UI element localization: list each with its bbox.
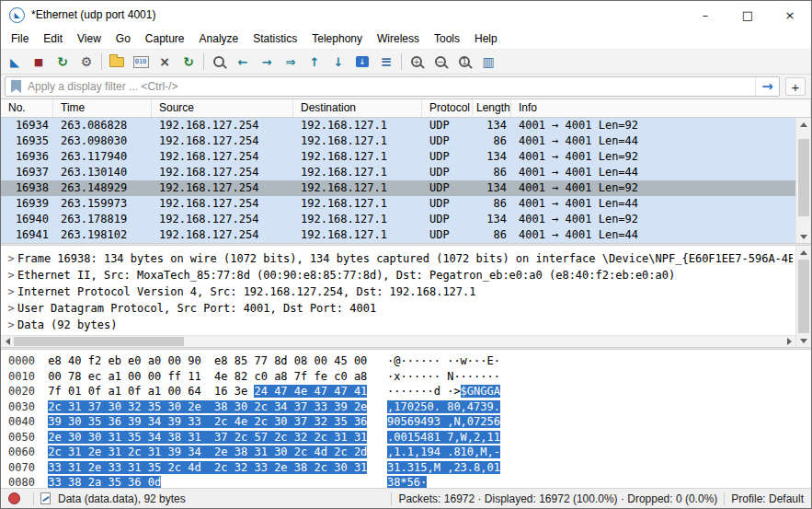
expand-arrow-icon[interactable]: > (5, 317, 17, 333)
display-filter-field[interactable]: → (5, 76, 780, 97)
maximize-button[interactable]: □ (726, 1, 769, 29)
go-back-button[interactable]: ← (231, 51, 255, 73)
go-forward-button[interactable]: → (255, 51, 279, 73)
display-filter-input[interactable] (28, 80, 755, 93)
column-header-len[interactable]: Length (473, 99, 511, 117)
hex-row[interactable]: 0070 33 31 2e 33 31 35 2c 4d 2c 32 33 2e… (8, 460, 811, 476)
menu-file[interactable]: File (4, 30, 36, 47)
window-controls: – □ × (684, 1, 811, 29)
cell-src: 192.168.127.254 (152, 180, 293, 196)
hex-offset: 0060 (8, 445, 48, 458)
packet-row[interactable]: 16939263.159973192.168.127.254192.168.12… (1, 196, 795, 212)
detail-line[interactable]: >Ethernet II, Src: MoxaTech_85:77:8d (00… (5, 267, 793, 283)
expand-arrow-icon[interactable]: > (5, 300, 17, 317)
menu-statistics[interactable]: Statistics (246, 30, 304, 47)
column-header-src[interactable]: Source (152, 99, 293, 117)
column-header-no[interactable]: No. (1, 99, 53, 117)
column-header-time[interactable]: Time (53, 99, 152, 117)
packet-row[interactable]: 16935263.098030192.168.127.254192.168.12… (1, 133, 795, 149)
hex-offset: 0020 (8, 385, 48, 398)
details-vscrollbar[interactable] (795, 246, 811, 347)
hex-row[interactable]: 0080 33 38 2a 35 36 0d 38*56· (8, 475, 811, 488)
find-packet-button[interactable] (207, 51, 231, 73)
stop-capture-button[interactable]: ■ (27, 51, 51, 73)
hex-row[interactable]: 0010 00 78 ec a1 00 00 ff 11 4e 82 c0 a8… (8, 369, 811, 385)
menu-capture[interactable]: Capture (138, 30, 192, 47)
expert-info-icon[interactable] (8, 492, 20, 504)
packet-row[interactable]: 16940263.178819192.168.127.254192.168.12… (1, 212, 795, 227)
expand-arrow-icon[interactable]: > (5, 283, 17, 300)
go-to-packet-button[interactable]: ⇒ (279, 51, 303, 73)
column-header-proto[interactable]: Protocol (422, 99, 473, 117)
detail-line[interactable]: >User Datagram Protocol, Src Port: 4001,… (5, 300, 793, 317)
minimize-button[interactable]: – (684, 1, 726, 29)
scrollbar-track[interactable] (796, 259, 811, 334)
menu-telephony[interactable]: Telephony (304, 30, 370, 47)
resize-columns-button[interactable]: ▥ (476, 51, 500, 73)
detail-line[interactable]: >Frame 16938: 134 bytes on wire (1072 bi… (5, 250, 793, 267)
cell-src: 192.168.127.254 (152, 196, 293, 212)
expand-arrow-icon[interactable]: > (5, 267, 17, 283)
scrollbar-thumb[interactable] (798, 139, 809, 216)
scrollbar-thumb[interactable] (798, 260, 809, 333)
filter-bookmark-icon[interactable] (11, 80, 21, 93)
scroll-left-icon[interactable] (1, 336, 14, 347)
restart-capture-button[interactable]: ↻ (51, 51, 74, 73)
add-filter-button[interactable]: + (785, 77, 806, 96)
auto-scroll-button[interactable]: ↓ (350, 51, 374, 73)
packet-list-scrollbar[interactable] (795, 118, 811, 243)
cell-len: 86 (473, 165, 511, 180)
gear-icon: ⚙ (81, 55, 93, 68)
zoom-reset-button[interactable]: 1 (452, 51, 476, 73)
hex-row[interactable]: 0050 2e 30 30 31 35 34 38 31 37 2c 57 2c… (8, 430, 811, 445)
menu-analyze[interactable]: Analyze (192, 30, 246, 47)
detail-line[interactable]: >Internet Protocol Version 4, Src: 192.1… (5, 283, 793, 300)
detail-line[interactable]: >Data (92 bytes) (5, 317, 793, 333)
menu-help[interactable]: Help (467, 30, 505, 47)
hex-row[interactable]: 0030 2c 31 37 30 32 35 30 2e 38 30 2c 34… (8, 399, 811, 415)
menu-view[interactable]: View (70, 30, 109, 47)
menu-wireless[interactable]: Wireless (370, 30, 427, 47)
colorize-button[interactable]: ≡ (374, 51, 398, 73)
packet-row[interactable]: 16934263.086828192.168.127.254192.168.12… (1, 118, 795, 133)
menu-go[interactable]: Go (109, 30, 138, 47)
scrollbar-thumb[interactable] (14, 337, 184, 346)
go-last-button[interactable]: ↓ (326, 51, 350, 73)
close-file-button[interactable]: × (153, 51, 177, 73)
packet-row[interactable]: 16938263.148929192.168.127.254192.168.12… (1, 180, 795, 196)
menu-tools[interactable]: Tools (427, 30, 467, 47)
hex-row[interactable]: 0020 7f 01 0f a1 0f a1 00 64 16 3e 24 47… (8, 384, 811, 399)
packet-row[interactable]: 16941263.198102192.168.127.254192.168.12… (1, 227, 795, 243)
packet-row[interactable]: 16936263.117940192.168.127.254192.168.12… (1, 149, 795, 165)
scroll-right-icon[interactable] (783, 336, 795, 347)
packet-row[interactable]: 16937263.130140192.168.127.254192.168.12… (1, 165, 795, 180)
column-header-info[interactable]: Info (511, 99, 811, 117)
hex-row[interactable]: 0040 39 30 35 36 39 34 39 33 2c 4e 2c 30… (8, 414, 811, 430)
scrollbar-track[interactable] (796, 131, 811, 230)
save-file-button[interactable]: 010 (129, 51, 153, 73)
reload-button[interactable]: ↻ (177, 51, 200, 73)
title-bar[interactable]: ◣ *Ethernet (udp port 4001) – □ × (1, 1, 811, 29)
go-first-button[interactable]: ↑ (303, 51, 326, 73)
expand-arrow-icon[interactable]: > (5, 250, 17, 267)
apply-filter-button[interactable]: → (755, 77, 779, 96)
start-capture-button[interactable]: ◣ (3, 51, 27, 73)
hex-row[interactable]: 0060 2c 31 2e 31 2c 31 39 34 2e 38 31 30… (8, 445, 811, 460)
details-hscrollbar[interactable] (1, 335, 795, 347)
status-profile[interactable]: Profile: Default (731, 492, 804, 505)
scroll-down-icon[interactable] (796, 334, 811, 347)
hex-row[interactable]: 0000 e8 40 f2 eb e0 a0 00 90 e8 85 77 8d… (8, 353, 811, 369)
capture-comment-icon[interactable] (40, 492, 51, 504)
zoom-in-button[interactable]: + (405, 51, 429, 73)
capture-options-button[interactable]: ⚙ (74, 51, 98, 73)
scroll-up-icon[interactable] (796, 118, 811, 131)
open-file-button[interactable] (105, 51, 129, 73)
menu-edit[interactable]: Edit (36, 30, 70, 47)
zoom-out-button[interactable]: − (429, 51, 452, 73)
toolbar-separator (401, 53, 402, 70)
close-button[interactable]: × (769, 1, 811, 29)
scroll-up-icon[interactable] (796, 246, 811, 259)
column-header-dst[interactable]: Destination (293, 99, 422, 117)
colorize-icon: ≡ (381, 55, 393, 69)
scroll-down-icon[interactable] (796, 230, 811, 243)
